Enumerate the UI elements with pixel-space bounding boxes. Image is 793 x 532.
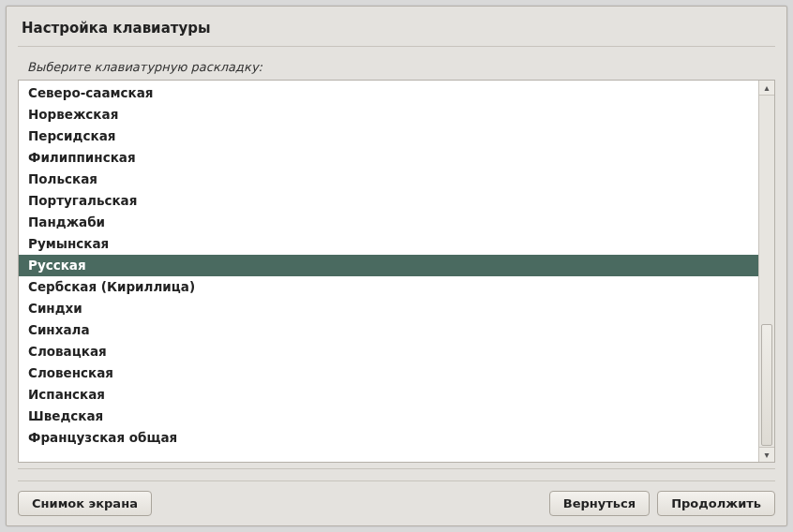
scroll-up-icon[interactable]: ▴ — [759, 81, 774, 96]
screenshot-button[interactable]: Снимок экрана — [18, 491, 152, 516]
list-item[interactable]: Панджаби — [19, 212, 758, 233]
divider — [18, 46, 775, 47]
installer-window: Настройка клавиатуры Выберите клавиатурн… — [6, 6, 787, 526]
layout-list[interactable]: Северо-саамскаяНорвежскаяПерсидскаяФилип… — [19, 81, 758, 462]
list-item[interactable]: Французская общая — [19, 427, 758, 449]
list-item[interactable]: Персидская — [19, 126, 758, 147]
list-item[interactable]: Шведская — [19, 406, 758, 427]
list-item[interactable]: Норвежская — [19, 104, 758, 126]
list-item[interactable]: Синхала — [19, 319, 758, 341]
scroll-down-icon[interactable]: ▾ — [759, 447, 774, 462]
list-item[interactable]: Румынская — [19, 233, 758, 255]
layout-prompt: Выберите клавиатурную раскладку: — [27, 60, 770, 74]
list-item[interactable]: Польская — [19, 169, 758, 190]
scroll-thumb[interactable] — [761, 324, 772, 446]
list-item[interactable]: Филиппинская — [19, 147, 758, 169]
list-item[interactable]: Синдхи — [19, 298, 758, 319]
list-item[interactable]: Сербская (Кириллица) — [19, 276, 758, 298]
list-item[interactable]: Русская — [19, 255, 758, 276]
list-item[interactable]: Испанская — [19, 384, 758, 406]
back-button[interactable]: Вернуться — [549, 491, 650, 516]
page-title: Настройка клавиатуры — [22, 20, 771, 37]
list-item[interactable]: Португальская — [19, 190, 758, 212]
footer: Снимок экрана Вернуться Продолжить — [18, 480, 775, 516]
layout-list-container: Северо-саамскаяНорвежскаяПерсидскаяФилип… — [18, 80, 775, 463]
divider — [18, 468, 775, 469]
list-item[interactable]: Словенская — [19, 362, 758, 384]
continue-button[interactable]: Продолжить — [657, 491, 775, 516]
list-item[interactable]: Северо-саамская — [19, 82, 758, 104]
list-item[interactable]: Словацкая — [19, 341, 758, 362]
spacer — [152, 491, 549, 516]
scrollbar[interactable]: ▴ ▾ — [758, 81, 774, 462]
